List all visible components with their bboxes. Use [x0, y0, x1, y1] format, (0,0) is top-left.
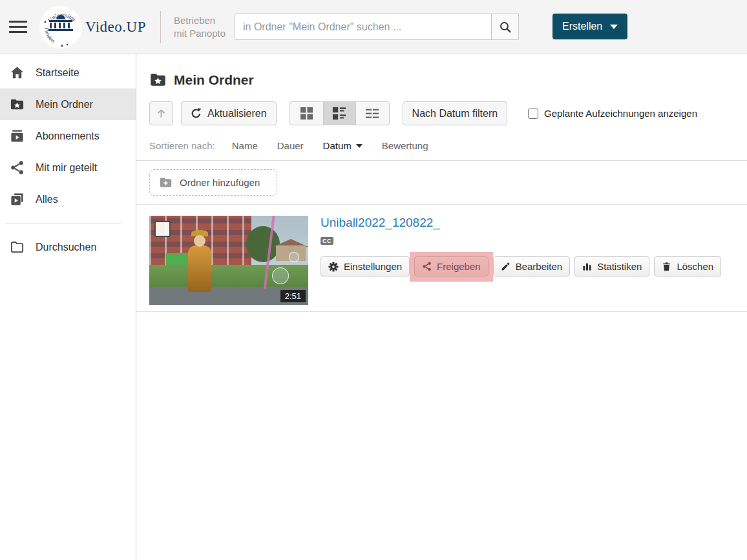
- sidebar-item-alles[interactable]: Alles: [0, 183, 136, 215]
- refresh-button[interactable]: Aktualisieren: [181, 101, 277, 125]
- grid-view-icon: [300, 107, 313, 120]
- sort-by-datum[interactable]: Datum: [323, 140, 363, 151]
- captions-badge: CC: [321, 237, 333, 245]
- edit-button[interactable]: Bearbeiten: [493, 256, 571, 276]
- share-icon: [10, 160, 25, 175]
- view-grid-button[interactable]: [290, 102, 323, 125]
- sort-by-dauer[interactable]: Dauer: [277, 140, 304, 151]
- search-icon: [499, 21, 512, 34]
- trash-icon: [662, 262, 671, 271]
- video-stack-icon: [10, 192, 25, 207]
- folder-star-icon: [149, 71, 167, 88]
- arrow-up-icon: [156, 108, 167, 119]
- sidebar-item-mit-mir-geteilt[interactable]: Mit mir geteilt: [0, 152, 136, 183]
- page-title: Mein Ordner: [174, 72, 254, 88]
- view-details-button[interactable]: [356, 102, 389, 125]
- sort-by-bewertung[interactable]: Bewertung: [382, 140, 428, 151]
- chevron-down-icon: [610, 25, 618, 29]
- thumbnail-bubble: [272, 267, 289, 284]
- university-potsdam-logo: Universität Potsdam: [39, 5, 83, 49]
- thumbnail-costumed-figure: [188, 245, 211, 292]
- stats-button[interactable]: Statistiken: [574, 256, 649, 276]
- search-box: [235, 14, 519, 40]
- share-button[interactable]: Freigeben: [414, 256, 489, 276]
- brand-title[interactable]: Video.UP: [85, 19, 146, 36]
- duration-badge: 2:51: [280, 290, 306, 302]
- divider: [136, 160, 747, 161]
- sidebar-item-mein-ordner[interactable]: Mein Ordner: [0, 88, 136, 120]
- create-button[interactable]: Erstellen: [552, 14, 627, 39]
- main-content: Mein Ordner Aktualisieren: [136, 54, 747, 560]
- folder-star-icon: [10, 97, 25, 112]
- session-actions: Einstellungen Freigeben: [321, 256, 721, 276]
- sort-prefix-label: Sortieren nach:: [149, 140, 215, 151]
- search-button[interactable]: [491, 14, 518, 39]
- create-button-label: Erstellen: [562, 21, 602, 32]
- settings-button[interactable]: Einstellungen: [321, 256, 410, 276]
- hamburger-menu-icon[interactable]: [9, 17, 27, 36]
- pencil-icon: [501, 262, 510, 271]
- share-icon: [422, 262, 432, 271]
- details-view-icon: [365, 107, 379, 121]
- divider: [136, 204, 747, 205]
- session-row: 2:51 Uniball2022_120822_ CC: [149, 216, 747, 305]
- checkbox-label: Geplante Aufzeichnungen anzeigen: [544, 108, 697, 119]
- add-folder-button[interactable]: Ordner hinzufügen: [149, 169, 277, 196]
- thumbnail-bubble: [289, 252, 299, 262]
- topbar-divider: [160, 11, 161, 43]
- filter-by-date-button[interactable]: Nach Datum filtern: [403, 101, 508, 125]
- sidebar: Startseite Mein Ordner Abonnements: [0, 54, 136, 560]
- bar-chart-icon: [582, 262, 592, 271]
- list-thumbnails-view-icon: [332, 107, 346, 121]
- refresh-icon: [191, 108, 202, 119]
- view-mode-toggle: [289, 101, 390, 125]
- session-info: Uniball2022_120822_ CC: [321, 216, 721, 305]
- parent-folder-button[interactable]: [149, 101, 173, 125]
- checkbox-unchecked[interactable]: [528, 109, 538, 119]
- session-select-checkbox[interactable]: [154, 221, 171, 237]
- top-bar: Universität Potsdam Video.UP Betrieben m…: [0, 0, 747, 54]
- sort-by-name[interactable]: Name: [232, 140, 258, 151]
- folder-plus-icon: [159, 176, 173, 189]
- search-input[interactable]: [235, 14, 491, 39]
- session-title-link[interactable]: Uniball2022_120822_: [321, 216, 440, 230]
- sidebar-item-durchsuchen[interactable]: Durchsuchen: [0, 231, 136, 263]
- gear-icon: [328, 262, 339, 272]
- folder-toolbar: Aktualisieren: [149, 101, 747, 125]
- sidebar-item-abonnements[interactable]: Abonnements: [0, 120, 136, 152]
- folder-outline-icon: [10, 240, 25, 254]
- delete-button[interactable]: Löschen: [654, 256, 721, 276]
- sort-bar: Sortieren nach: Name Dauer Datum Bewertu…: [149, 140, 747, 151]
- subscriptions-icon: [10, 129, 25, 143]
- view-list-button[interactable]: [323, 102, 356, 125]
- video-thumbnail[interactable]: 2:51: [149, 216, 308, 305]
- divider: [136, 311, 747, 312]
- sidebar-divider: [5, 223, 121, 223]
- sidebar-item-startseite[interactable]: Startseite: [0, 57, 136, 88]
- powered-by-panopto: Betrieben mit Panopto: [174, 14, 226, 39]
- sort-descending-icon: [356, 144, 363, 148]
- home-icon: [10, 65, 25, 80]
- thumbnail-detail: [194, 235, 205, 247]
- scheduled-recordings-checkbox-row[interactable]: Geplante Aufzeichnungen anzeigen: [528, 108, 697, 119]
